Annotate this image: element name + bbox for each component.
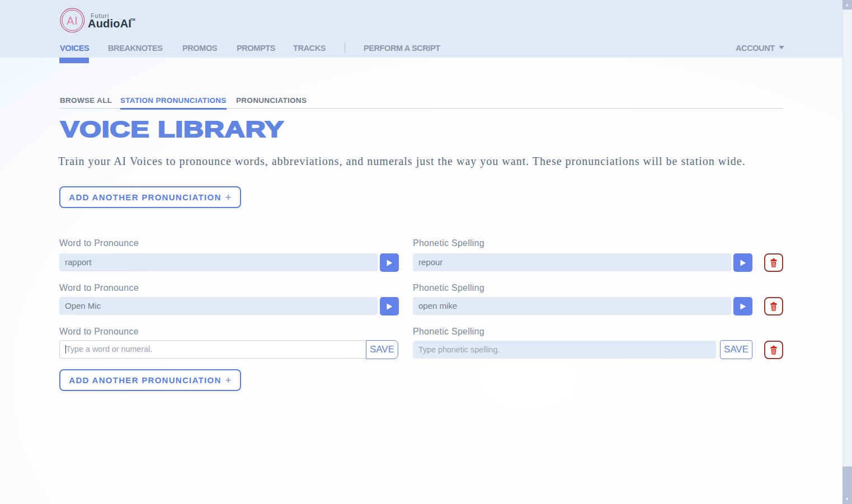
svg-text:AI: AI xyxy=(67,14,78,27)
svg-text:TM: TM xyxy=(130,18,135,21)
